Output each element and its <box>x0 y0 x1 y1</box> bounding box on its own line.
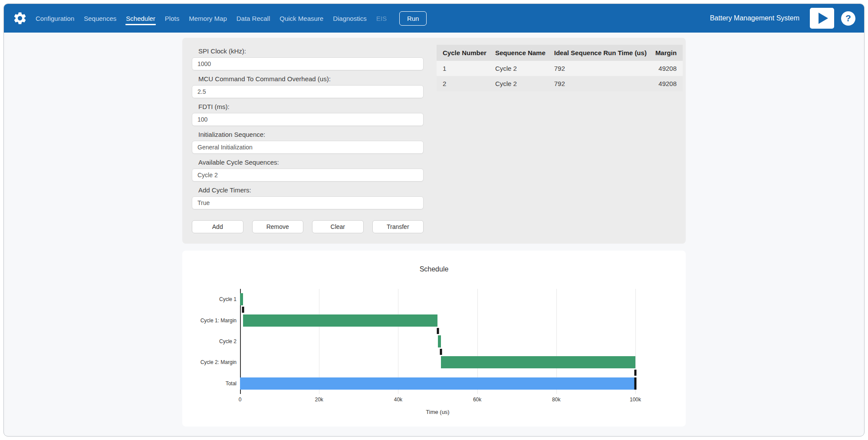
x-tick-80k: 80k <box>552 397 560 403</box>
bar-cycle-2-margin <box>441 356 635 368</box>
bar-cycle-2 <box>438 335 441 347</box>
add-cycle-timers-label: Add Cycle Timers: <box>198 186 424 194</box>
available-cycle-sequences-input[interactable] <box>192 169 424 182</box>
help-icon[interactable]: ? <box>841 11 855 26</box>
cycle-table-body: 1Cycle 2792492082Cycle 279249208 <box>437 61 683 91</box>
table-cell: 2 <box>437 76 491 91</box>
spi-clock-input[interactable] <box>192 57 424 70</box>
x-axis-ticks: 020k40k60k80k100k <box>240 397 635 404</box>
table-row[interactable]: 2Cycle 279249208 <box>437 76 683 91</box>
chart-title: Schedule <box>182 265 686 273</box>
x-tick-20k: 20k <box>315 397 323 403</box>
play-button[interactable] <box>810 8 834 29</box>
available-cycle-sequences-label: Available Cycle Sequences: <box>198 159 424 166</box>
x-tick-60k: 60k <box>473 397 481 403</box>
bar-cycle-1 <box>240 293 243 305</box>
initialization-sequence-label: Initialization Sequence: <box>198 131 424 138</box>
scheduler-config-panel: SPI Clock (kHz):MCU Command To Command O… <box>182 38 686 244</box>
cycle-table-container: Cycle NumberSequence NameIdeal Sequence … <box>437 45 683 91</box>
run-button[interactable]: Run <box>399 11 427 26</box>
add-cycle-timers-input[interactable] <box>192 196 424 209</box>
cycle-table: Cycle NumberSequence NameIdeal Sequence … <box>437 45 683 91</box>
bar-end-connector <box>242 307 244 313</box>
row-label-cycle-2: Cycle 2 <box>163 331 237 352</box>
nav-item-memory-map[interactable]: Memory Map <box>188 11 227 26</box>
bar-end-cap <box>635 377 637 390</box>
nav-item-plots[interactable]: Plots <box>164 11 180 26</box>
nav-item-configuration[interactable]: Configuration <box>35 11 75 26</box>
table-cell: Cycle 2 <box>491 61 550 76</box>
mcu-command-overhead-input[interactable] <box>192 85 424 98</box>
clear-button[interactable]: Clear <box>312 220 364 233</box>
form-button-row: AddRemoveClearTransfer <box>192 220 424 233</box>
nav-item-sequences[interactable]: Sequences <box>83 11 117 26</box>
row-label-cycle-2-margin: Cycle 2: Margin <box>163 352 237 373</box>
row-label-cycle-1: Cycle 1 <box>163 289 237 310</box>
bar-cycle-1-margin <box>243 314 437 327</box>
initialization-sequence-input[interactable] <box>192 141 424 154</box>
row-label-cycle-1-margin: Cycle 1: Margin <box>163 310 237 331</box>
add-button[interactable]: Add <box>192 220 243 233</box>
fdti-input[interactable] <box>192 113 424 126</box>
schedule-chart-card: Schedule Cycle 1Cycle 1: MarginCycle 2Cy… <box>182 251 686 427</box>
table-cell: 49208 <box>651 61 683 76</box>
main-content: SPI Clock (kHz):MCU Command To Command O… <box>4 38 864 427</box>
x-tick-100k: 100k <box>630 397 641 403</box>
header-cell-margin: Margin <box>651 45 683 61</box>
table-cell: Cycle 2 <box>491 76 550 91</box>
bar-total <box>240 377 635 390</box>
bar-end-connector <box>440 349 442 355</box>
navbar-right: Battery Management System ? <box>710 8 855 29</box>
play-icon <box>819 13 828 24</box>
cycle-table-header: Cycle NumberSequence NameIdeal Sequence … <box>437 45 683 61</box>
remove-button[interactable]: Remove <box>252 220 304 233</box>
x-tick-0: 0 <box>239 397 242 403</box>
nav-item-quick-measure[interactable]: Quick Measure <box>279 11 324 26</box>
chart-x-axis-label: Time (us) <box>240 409 635 415</box>
nav-item-diagnostics[interactable]: Diagnostics <box>332 11 367 26</box>
table-cell: 792 <box>550 61 651 76</box>
nav-item-eis[interactable]: EIS <box>376 11 387 26</box>
nav-menu: ConfigurationSequencesSchedulerPlotsMemo… <box>35 11 387 26</box>
app-title: Battery Management System <box>710 14 799 22</box>
top-navbar: ConfigurationSequencesSchedulerPlotsMemo… <box>4 4 864 33</box>
table-cell: 792 <box>550 76 651 91</box>
schedule-plot: Cycle 1Cycle 1: MarginCycle 2Cycle 2: Ma… <box>240 289 635 394</box>
bar-end-connector <box>437 328 439 334</box>
scheduler-form: SPI Clock (kHz):MCU Command To Command O… <box>192 44 424 233</box>
mcu-command-overhead-label: MCU Command To Command Overhead (us): <box>198 75 424 83</box>
bar-end-connector <box>635 370 637 376</box>
spi-clock-label: SPI Clock (kHz): <box>198 47 424 55</box>
app-window: ConfigurationSequencesSchedulerPlotsMemo… <box>3 3 865 437</box>
header-cell-sequence-name: Sequence Name <box>491 45 550 61</box>
fdti-label: FDTI (ms): <box>198 103 424 110</box>
x-tick-40k: 40k <box>394 397 402 403</box>
header-cell-cycle-number: Cycle Number <box>437 45 491 61</box>
gear-icon[interactable] <box>13 11 27 26</box>
nav-item-data-recall[interactable]: Data Recall <box>236 11 271 26</box>
table-cell: 1 <box>437 61 491 76</box>
table-cell: 49208 <box>651 76 683 91</box>
nav-item-scheduler[interactable]: Scheduler <box>125 11 156 26</box>
transfer-button[interactable]: Transfer <box>372 220 424 233</box>
row-label-total: Total <box>163 373 237 394</box>
table-row[interactable]: 1Cycle 279249208 <box>437 61 683 76</box>
header-cell-ideal-sequence-run-time-us: Ideal Sequence Run Time (us) <box>550 45 651 61</box>
